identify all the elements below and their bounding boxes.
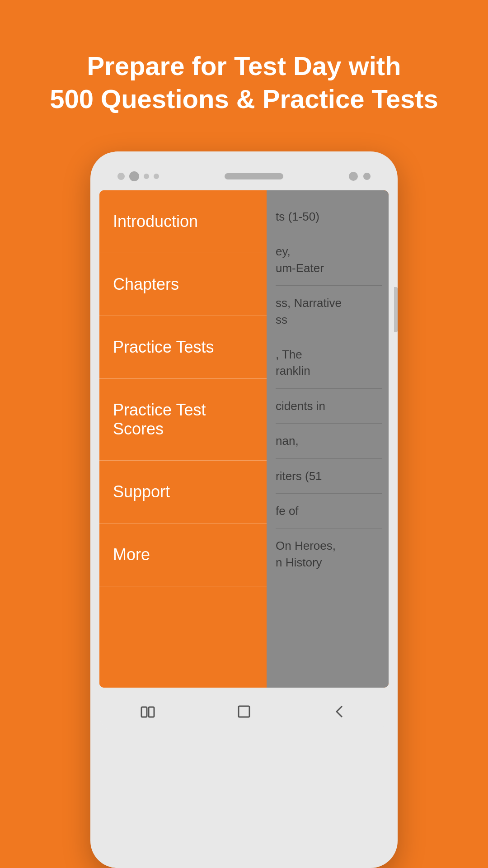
svg-rect-0 [141,707,147,717]
sensor-dot-3 [154,174,159,179]
content-item-7: fe of [276,494,382,528]
content-item-4: cidents in [276,389,382,424]
menu-label-support: Support [113,482,170,501]
content-text-7: fe of [276,494,382,528]
sensors-left [117,171,159,181]
menu-item-support[interactable]: Support [99,461,267,524]
content-text-8: On Heroes, n History [276,528,382,580]
svg-rect-1 [149,707,154,717]
content-item-5: nan, [276,424,382,458]
menu-item-chapters[interactable]: Chapters [99,253,267,316]
phone-bottom-bar [99,691,389,732]
menu-label-more: More [113,545,150,564]
content-text-6: riters (51 [276,459,382,493]
menu-label-chapters: Chapters [113,275,179,293]
menu-label-introduction: Introduction [113,212,198,231]
menu-label-practice-tests: Practice Tests [113,338,214,356]
sensor-right-1 [349,172,358,181]
phone-top-bar [99,165,389,188]
content-item-3: , The ranklin [276,337,382,389]
nav-recent-button[interactable] [134,698,161,725]
content-text-4: cidents in [276,389,382,423]
content-text-0: ts (1-50) [276,199,382,234]
content-text-2: ss, Narrative ss [276,286,382,337]
header-line1: Prepare for Test Day with [87,51,401,80]
menu-label-practice-test-scores: Practice Test Scores [113,401,206,438]
phone-screen: Introduction Chapters Practice Tests Pra… [99,190,389,688]
content-text-1: ey, um-Eater [276,234,382,285]
content-text-5: nan, [276,424,382,458]
menu-panel: Introduction Chapters Practice Tests Pra… [99,190,267,688]
header-line2: 500 Questions & Practice Tests [50,84,438,113]
content-item-1: ey, um-Eater [276,234,382,286]
content-text-3: , The ranklin [276,337,382,388]
sensors-right [349,172,371,181]
nav-back-button[interactable] [327,698,354,725]
content-item-6: riters (51 [276,459,382,494]
menu-item-more[interactable]: More [99,524,267,586]
svg-rect-2 [239,706,249,717]
content-item-8: On Heroes, n History [276,528,382,580]
content-item-2: ss, Narrative ss [276,286,382,337]
content-panel: ts (1-50) ey, um-Eater ss, Narrative ss … [267,190,389,688]
phone-mockup: Introduction Chapters Practice Tests Pra… [90,151,398,868]
sensor-right-2 [363,173,371,180]
sensor-dot-1 [117,173,125,180]
phone-speaker [225,173,283,179]
sensor-dot-2 [144,174,149,179]
menu-item-introduction[interactable]: Introduction [99,190,267,253]
nav-home-button[interactable] [230,698,258,725]
menu-item-practice-tests[interactable]: Practice Tests [99,316,267,379]
camera-dot [129,171,139,181]
header: Prepare for Test Day with 500 Questions … [14,50,474,115]
content-item-0: ts (1-50) [276,199,382,234]
menu-item-practice-test-scores[interactable]: Practice Test Scores [99,379,267,461]
phone-side-button [394,287,398,332]
